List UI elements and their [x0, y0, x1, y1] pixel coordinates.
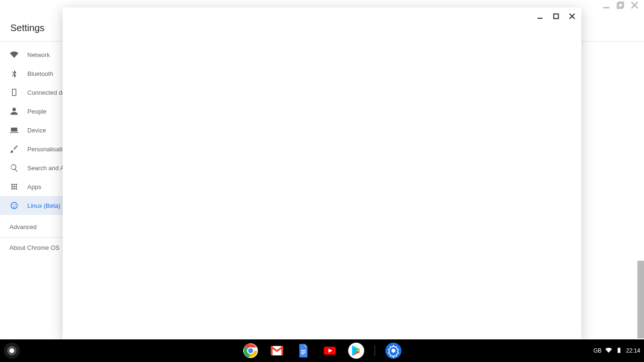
phone-icon: [9, 88, 19, 97]
shelf: GB 22:14: [0, 339, 644, 362]
svg-rect-20: [301, 352, 306, 353]
launcher-dot-icon: [9, 348, 14, 353]
bg-restore-icon[interactable]: [617, 1, 624, 9]
svg-point-7: [15, 205, 16, 206]
sidebar-item-label: People: [27, 108, 46, 115]
keyboard-layout: GB: [594, 347, 602, 354]
laptop-icon: [9, 125, 19, 135]
brush-icon: [9, 144, 19, 154]
bluetooth-icon: [9, 69, 19, 78]
maximize-icon[interactable]: [551, 11, 561, 21]
shelf-apps: [243, 343, 402, 359]
battery-status-icon: [616, 347, 622, 355]
settings-title: Settings: [10, 23, 44, 33]
popup-window: [63, 8, 581, 339]
linux-icon: [9, 201, 19, 210]
launcher-button[interactable]: [4, 343, 20, 359]
status-tray[interactable]: GB 22:14: [594, 347, 640, 355]
person-icon: [9, 107, 19, 116]
svg-rect-19: [301, 350, 306, 351]
svg-point-6: [13, 205, 14, 206]
svg-rect-17: [271, 346, 273, 355]
bg-close-icon[interactable]: [631, 1, 638, 9]
svg-rect-21: [301, 354, 305, 354]
sidebar-item-label: Linux (Beta): [27, 202, 60, 209]
bg-minimize-icon[interactable]: [603, 1, 610, 9]
minimize-icon[interactable]: [535, 11, 545, 21]
svg-point-23: [391, 349, 396, 353]
shelf-divider: [375, 345, 375, 356]
app-docs[interactable]: [296, 343, 312, 359]
app-settings[interactable]: [386, 343, 402, 359]
sidebar-item-label: Device: [27, 127, 46, 134]
sidebar-item-label: Network: [27, 51, 50, 58]
svg-rect-18: [281, 346, 283, 355]
popup-window-controls: [535, 11, 577, 21]
wifi-icon: [9, 50, 19, 59]
sidebar-item-label: Apps: [27, 183, 41, 190]
clock: 22:14: [626, 347, 640, 354]
apps-grid-icon: [9, 182, 19, 191]
app-gmail[interactable]: [269, 343, 285, 359]
app-chrome[interactable]: [243, 343, 259, 359]
scrollbar-thumb[interactable]: [637, 261, 644, 338]
svg-rect-9: [553, 14, 558, 18]
close-icon[interactable]: [567, 11, 577, 21]
app-youtube[interactable]: [322, 343, 338, 359]
search-icon: [9, 163, 19, 173]
wifi-status-icon: [605, 347, 612, 355]
app-play-store[interactable]: [348, 343, 364, 359]
sidebar-item-label: Bluetooth: [27, 70, 53, 77]
svg-point-5: [11, 202, 17, 209]
